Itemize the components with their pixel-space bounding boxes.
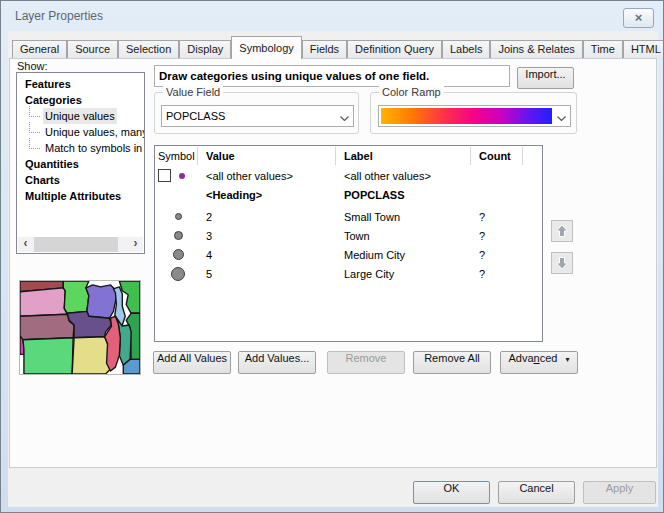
color-ramp-swatch [381,108,552,124]
all-other-values-symbol[interactable] [179,173,185,179]
graduated-symbol[interactable] [174,231,183,240]
value-field-combobox[interactable]: POPCLASS [161,105,354,127]
add-all-values-button[interactable]: Add All Values [153,351,231,374]
graduated-symbol[interactable] [175,213,182,220]
tab-general[interactable]: General [12,40,67,58]
symbology-tab-page: Show: Features Categories Unique values … [9,58,657,468]
color-ramp-combobox[interactable] [378,105,571,127]
symbol-table-header: Symbol Value Label Count [155,146,542,166]
chevron-down-icon [552,107,570,125]
move-down-button[interactable] [551,252,573,274]
advanced-button[interactable]: Advanced ▾ [500,351,578,374]
all-other-values-checkbox[interactable] [158,169,171,182]
description-text: Draw categories using unique values of o… [159,70,429,82]
column-header-count[interactable]: Count [471,147,523,165]
tab-selection[interactable]: Selection [118,40,179,58]
tab-time[interactable]: Time [583,40,623,58]
color-ramp-group: Color Ramp [370,92,577,134]
table-row-class-2[interactable]: 2 Small Town ? [155,207,542,226]
ok-button[interactable]: OK [413,481,490,504]
color-ramp-label: Color Ramp [379,86,444,98]
value-field-group: Value Field POPCLASS [154,92,359,134]
map-region [63,281,89,313]
tree-item-match-to-symbols[interactable]: Match to symbols in a [17,140,144,156]
map-region [23,338,73,374]
close-button[interactable]: × [623,8,654,28]
tab-bar: General Source Selection Display Symbolo… [12,36,664,58]
value-field-label: Value Field [163,86,223,98]
arrow-up-icon [555,224,569,238]
show-tree: Features Categories Unique values Unique… [16,72,145,254]
tab-definition-query[interactable]: Definition Query [347,40,442,58]
tab-symbology[interactable]: Symbology [231,36,301,59]
tab-source[interactable]: Source [67,40,118,58]
tab-joins-relates[interactable]: Joins & Relates [490,40,582,58]
move-up-button[interactable] [551,220,573,242]
table-row-class-4[interactable]: 4 Medium City ? [155,245,542,264]
map-preview [19,280,141,375]
tab-html-popup[interactable]: HTML Popup [623,40,664,58]
table-row-class-5[interactable]: 5 Large City ? [155,264,542,283]
map-region [72,337,111,374]
titlebar: Layer Properties × [1,1,663,31]
value-field-selected: POPCLASS [162,110,335,122]
cancel-button[interactable]: Cancel [498,481,575,504]
table-row-heading[interactable]: <Heading> POPCLASS [155,185,542,204]
scroll-left-icon[interactable]: ‹ [18,237,33,252]
tab-display[interactable]: Display [179,40,231,58]
tab-labels[interactable]: Labels [442,40,490,58]
add-values-button[interactable]: Add Values... [238,351,316,374]
column-header-symbol[interactable]: Symbol [155,147,198,165]
import-button[interactable]: Import... [517,67,574,89]
tree-item-quantities[interactable]: Quantities [17,156,144,172]
show-label: Show: [17,60,48,72]
map-region [86,285,116,318]
map-region [20,314,74,339]
window-title: Layer Properties [15,9,103,23]
remove-all-button[interactable]: Remove All [413,351,491,374]
column-header-value[interactable]: Value [198,147,336,165]
column-header-label[interactable]: Label [336,147,471,165]
remove-button[interactable]: Remove [327,351,405,374]
dropdown-arrow-icon: ▾ [566,355,570,364]
graduated-symbol[interactable] [173,249,184,260]
table-row-class-3[interactable]: 3 Town ? [155,226,542,245]
symbol-table: Symbol Value Label Count <all other valu… [154,145,543,342]
close-icon: × [635,10,643,25]
scrollbar-thumb[interactable] [34,237,118,252]
tree-item-charts[interactable]: Charts [17,172,144,188]
chevron-down-icon [335,107,353,125]
arrow-down-icon [555,256,569,270]
tree-item-features[interactable]: Features [17,76,144,92]
apply-button[interactable]: Apply [583,481,656,504]
tree-horizontal-scrollbar[interactable]: ‹ › [18,237,143,252]
graduated-symbol[interactable] [171,267,185,281]
tree-item-multiple-attributes[interactable]: Multiple Attributes [17,188,144,204]
tab-fields[interactable]: Fields [302,40,347,58]
table-row-all-other-values[interactable]: <all other values> <all other values> [155,166,542,185]
description-box: Draw categories using unique values of o… [154,65,510,87]
scroll-right-icon[interactable]: › [128,237,143,252]
map-region [20,288,67,316]
layer-properties-dialog: Layer Properties × General Source Select… [0,0,664,513]
